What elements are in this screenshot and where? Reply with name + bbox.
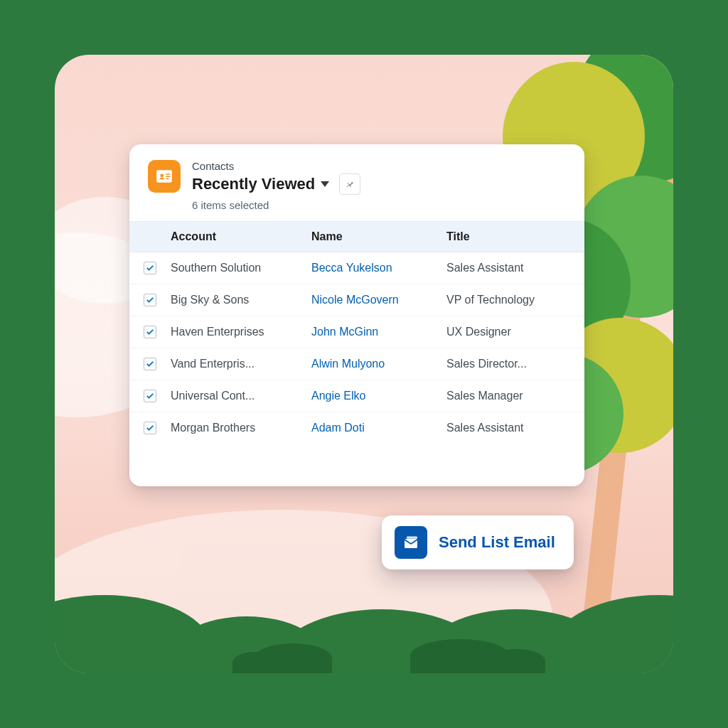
- table-header-row: Account Name Title: [129, 221, 584, 252]
- panel-footer-space: [129, 444, 584, 486]
- cell-title: UX Designer: [446, 326, 584, 338]
- row-checkbox[interactable]: [144, 262, 156, 274]
- contacts-icon: [148, 160, 181, 193]
- object-label: Contacts: [192, 160, 360, 172]
- column-header-account[interactable]: Account: [171, 230, 311, 243]
- table-body: Southern Solution Becca Yukelson Sales A…: [129, 252, 584, 444]
- send-email-icon: [395, 526, 427, 559]
- hills-decor: [55, 588, 673, 673]
- cell-title: Sales Assistant: [446, 422, 584, 434]
- row-checkbox[interactable]: [144, 422, 156, 434]
- cell-name-link[interactable]: Adam Doti: [311, 422, 446, 434]
- cell-title: Sales Director...: [446, 358, 584, 370]
- cell-account: Universal Cont...: [171, 390, 311, 402]
- cell-account: Morgan Brothers: [171, 422, 311, 434]
- svg-rect-4: [166, 178, 168, 180]
- send-list-email-button[interactable]: Send List Email: [382, 515, 574, 569]
- table-row: Haven Enterprises John McGinn UX Designe…: [129, 316, 584, 348]
- pin-list-button[interactable]: [339, 173, 360, 195]
- cell-account: Southern Solution: [171, 262, 311, 274]
- cell-name-link[interactable]: Nicole McGovern: [311, 294, 446, 306]
- illustration-scene: Contacts Recently Viewed 6 items selecte…: [55, 55, 673, 673]
- column-header-title[interactable]: Title: [446, 230, 584, 243]
- table-row: Morgan Brothers Adam Doti Sales Assistan…: [129, 412, 584, 444]
- table-row: Big Sky & Sons Nicole McGovern VP of Tec…: [129, 284, 584, 316]
- cell-name-link[interactable]: Angie Elko: [311, 390, 446, 402]
- cell-name-link[interactable]: Becca Yukelson: [311, 262, 446, 274]
- table-row: Universal Cont... Angie Elko Sales Manag…: [129, 380, 584, 412]
- cell-account: Big Sky & Sons: [171, 294, 311, 306]
- cell-title: VP of Technology: [446, 294, 584, 306]
- panel-header: Contacts Recently Viewed 6 items selecte…: [129, 144, 584, 221]
- cell-account: Vand Enterpris...: [171, 358, 311, 370]
- cell-account: Haven Enterprises: [171, 326, 311, 338]
- row-checkbox[interactable]: [144, 358, 156, 370]
- column-header-name[interactable]: Name: [311, 230, 446, 243]
- svg-rect-6: [407, 537, 417, 539]
- table-row: Southern Solution Becca Yukelson Sales A…: [129, 252, 584, 284]
- svg-rect-2: [166, 173, 171, 175]
- svg-point-1: [160, 174, 164, 178]
- row-checkbox[interactable]: [144, 390, 156, 402]
- svg-rect-3: [166, 176, 171, 177]
- cell-title: Sales Manager: [446, 390, 584, 402]
- contacts-list-panel: Contacts Recently Viewed 6 items selecte…: [129, 144, 584, 486]
- chevron-down-icon[interactable]: [321, 181, 329, 187]
- row-checkbox[interactable]: [144, 326, 156, 338]
- cell-name-link[interactable]: Alwin Mulyono: [311, 358, 446, 370]
- send-list-email-label: Send List Email: [439, 533, 555, 552]
- row-checkbox[interactable]: [144, 294, 156, 306]
- table-row: Vand Enterpris... Alwin Mulyono Sales Di…: [129, 348, 584, 380]
- cell-name-link[interactable]: John McGinn: [311, 326, 446, 338]
- list-view-name[interactable]: Recently Viewed: [192, 175, 315, 193]
- selected-count: 6 items selected: [192, 199, 360, 211]
- cell-title: Sales Assistant: [446, 262, 584, 274]
